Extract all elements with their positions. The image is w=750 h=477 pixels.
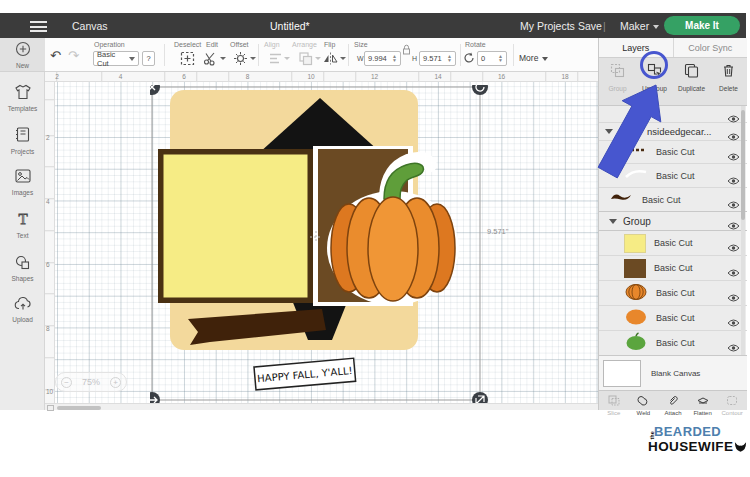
- eye-icon[interactable]: [727, 195, 740, 204]
- tab-color-sync[interactable]: Color Sync: [673, 38, 748, 57]
- svg-text:T: T: [18, 211, 27, 227]
- flip-icon[interactable]: [322, 51, 339, 66]
- offset-icon[interactable]: [233, 51, 248, 66]
- size-label: Size: [354, 41, 368, 48]
- selection-handle-rotate[interactable]: [472, 85, 488, 95]
- deselect-icon[interactable]: [180, 51, 195, 66]
- rotate-input[interactable]: 0 ▲▼: [477, 51, 507, 66]
- watermark-line2: HOUSEWIFE: [648, 439, 733, 454]
- selection-height-label: 9.571": [487, 227, 508, 236]
- layer-thumbnail: [624, 332, 648, 355]
- photo-frame-shape[interactable]: [158, 149, 313, 303]
- sidebar-item-shapes[interactable]: Shapes: [0, 254, 45, 282]
- combine-actions: Slice Weld Attach Flatten Contour: [599, 390, 747, 410]
- duplicate-icon: [684, 63, 699, 78]
- blank-canvas-row[interactable]: Blank Canvas: [599, 355, 747, 390]
- design-selection-group[interactable]: HAPPY FALL, Y'ALL!: [150, 85, 490, 410]
- height-label: H: [412, 55, 417, 62]
- sidebar-item-upload[interactable]: Upload: [0, 296, 45, 323]
- attach-button[interactable]: Attach: [658, 391, 688, 410]
- eye-icon[interactable]: [727, 127, 740, 136]
- scissors-edit-icon[interactable]: [203, 51, 218, 66]
- annotation-circle: [640, 51, 668, 79]
- stepper-icon[interactable]: ▲▼: [447, 55, 452, 62]
- undo-icon[interactable]: ↶: [50, 48, 61, 63]
- layer-row[interactable]: Basic Cut: [599, 331, 747, 355]
- tool-sidebar: New Templates Projects Images: [0, 38, 45, 410]
- height-input[interactable]: 9.571 ▲▼: [419, 51, 456, 66]
- stepper-icon[interactable]: ▲▼: [498, 55, 503, 62]
- zoom-in-button[interactable]: +: [110, 377, 121, 388]
- plus-circle-icon: [15, 41, 31, 57]
- arrange-label: Arrange: [292, 41, 317, 48]
- layer-row[interactable]: Basic Cut: [599, 256, 747, 281]
- machine-select[interactable]: Maker: [620, 20, 659, 32]
- trash-icon: [721, 63, 736, 78]
- panel-scrollbar[interactable]: [741, 106, 745, 355]
- flatten-icon: [697, 395, 709, 406]
- chevron-down-icon[interactable]: [250, 57, 256, 60]
- eye-icon[interactable]: [727, 217, 740, 226]
- layer-row[interactable]: Basic Cut: [599, 231, 747, 256]
- horizontal-ruler: 2 4 6 8 10 12 14 16 18: [45, 72, 598, 82]
- layer-thumbnail: [609, 191, 634, 209]
- weld-button[interactable]: Weld: [629, 391, 659, 410]
- flatten-button[interactable]: Flatten: [688, 391, 718, 410]
- layer-row[interactable]: Basic Cut: [599, 188, 747, 212]
- layer-row[interactable]: Basic Cut: [599, 281, 747, 306]
- sidebar-item-images[interactable]: Images: [0, 168, 45, 196]
- duplicate-button[interactable]: Duplicate: [673, 58, 710, 105]
- zoom-out-button[interactable]: −: [61, 377, 72, 388]
- more-button[interactable]: More: [519, 53, 548, 63]
- layer-row[interactable]: Basic Cut: [599, 306, 747, 331]
- delete-button[interactable]: Delete: [710, 58, 747, 105]
- eye-icon[interactable]: [727, 339, 740, 348]
- size-lock-icon[interactable]: [402, 44, 411, 55]
- document-title[interactable]: Untitled*: [270, 20, 310, 32]
- selection-handle-delete[interactable]: [150, 85, 160, 95]
- slice-icon: [608, 395, 620, 406]
- chevron-down-icon[interactable]: [609, 219, 617, 224]
- operation-help-button[interactable]: ?: [142, 51, 155, 66]
- eye-icon[interactable]: [727, 264, 740, 273]
- eye-icon[interactable]: [727, 289, 740, 298]
- sidebar-item-text[interactable]: T Text: [0, 211, 45, 239]
- my-projects-link[interactable]: My Projects: [520, 20, 575, 32]
- stepper-icon[interactable]: ▲▼: [392, 55, 397, 62]
- eye-icon[interactable]: [727, 239, 740, 248]
- eye-icon[interactable]: [727, 110, 740, 119]
- app-window: Canvas Untitled* My Projects Save | Make…: [0, 0, 750, 477]
- chevron-down-icon[interactable]: [340, 57, 346, 60]
- group-icon: [610, 63, 625, 78]
- beard-icon: [734, 441, 747, 453]
- width-input[interactable]: 9.994 ▲▼: [364, 51, 401, 66]
- chevron-down-icon: [542, 57, 548, 61]
- eye-icon[interactable]: [727, 314, 740, 323]
- slice-button: Slice: [599, 391, 629, 410]
- sidebar-item-projects[interactable]: Projects: [0, 126, 45, 155]
- group-row[interactable]: Group: [599, 212, 747, 231]
- banner-tag[interactable]: HAPPY FALL, Y'ALL!: [254, 358, 356, 390]
- text-icon: T: [15, 211, 31, 227]
- watermark-the: the: [649, 433, 655, 440]
- scrollbar-thumb[interactable]: [57, 406, 101, 410]
- make-it-button[interactable]: Make It: [664, 16, 740, 35]
- layer-thumbnail: [624, 234, 646, 253]
- eye-icon[interactable]: [727, 148, 740, 157]
- save-link[interactable]: Save: [578, 20, 602, 32]
- contour-button: Contour: [717, 391, 747, 410]
- horizontal-scrollbar[interactable]: [45, 403, 598, 410]
- chevron-down-icon[interactable]: [220, 57, 226, 60]
- redo-icon: ↷: [68, 48, 79, 63]
- operation-dropdown[interactable]: Basic Cut: [93, 51, 139, 66]
- offset-label: Offset: [230, 41, 249, 48]
- rotate-icon[interactable]: [463, 52, 475, 64]
- deselect-label: Deselect: [174, 41, 201, 48]
- hamburger-menu-icon[interactable]: [30, 21, 47, 32]
- sidebar-item-templates[interactable]: Templates: [0, 84, 45, 112]
- sidebar-item-new[interactable]: New: [0, 38, 45, 72]
- chevron-down-icon: [129, 57, 135, 61]
- top-bar: Canvas Untitled* My Projects Save | Make…: [0, 13, 746, 38]
- eye-icon[interactable]: [727, 171, 740, 180]
- scrollbar-thumb[interactable]: [741, 110, 745, 220]
